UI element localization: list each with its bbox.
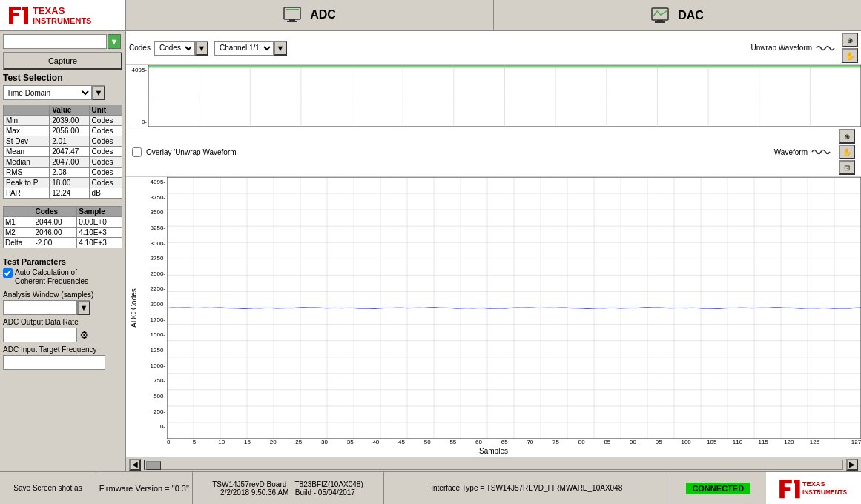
stats-row: St Dev2.01Codes [4,136,122,147]
adc-tab[interactable]: ADC [126,0,494,30]
marker-sample: 4.10E+3 [77,228,122,238]
markers-table: Codes Sample M12044.000.00E+0M22046.004.… [3,206,122,248]
stats-row-unit: Codes [89,178,122,188]
auto-calc-checkbox[interactable] [3,268,13,278]
main-chart-svg [167,177,861,439]
top-chart-svg: 0 5000 10000 15000 20000 25000 30000 350… [148,65,861,127]
marker-label: M2 [4,228,33,238]
stats-header-value: Value [50,105,89,116]
main-chart-wrapper [167,177,861,439]
y-axis-ticks: 4095- 3750- 3500- 3250- 3000- 2750- 2500… [141,177,167,439]
scrollbar-track[interactable] [144,460,843,470]
stats-row-value: 2.01 [50,136,89,147]
connected-status: CONNECTED [670,472,766,504]
chart-container: ADC Codes 4095- 3750- 3500- 3250- 3000- … [126,177,861,439]
top-pan-btn[interactable]: ✋ [842,48,858,63]
stats-row-value: 12.24 [50,188,89,199]
main-area: ADC12DJx00_JMODE ▼ Capture Test Selectio… [0,31,861,471]
marker-sample: 4.10E+3 [77,238,122,248]
test-selection-label: Test Selection [3,73,122,83]
status-ti-logo-icon: TEXAS INSTRUMENTS [776,477,851,500]
stats-row-unit: Codes [89,147,122,157]
main-pan-btn[interactable]: ✋ [839,145,855,159]
stats-row-label: Max [4,126,50,136]
board-datetime-status: TSW14J57revD Board = T823BFIZ(10AX048) 2… [193,472,384,504]
marker-row: M12044.000.00E+0 [4,217,122,228]
analysis-window-label: Analysis Window (samples) [3,291,122,299]
svg-rect-4 [289,19,295,21]
stats-row-label: Mean [4,147,50,157]
top-zoom-fit-btn[interactable]: ⊕ [842,33,858,47]
capture-button[interactable]: Capture [3,52,122,70]
scroll-left-arrow[interactable]: ◀ [129,459,141,471]
svg-rect-6 [286,9,299,10]
svg-text:INSTRUMENTS: INSTRUMENTS [802,488,848,495]
data-rate-input[interactable]: 5G [3,328,77,342]
time-domain-arrow[interactable]: ▼ [92,85,105,100]
stats-row: PAR12.24dB [4,188,122,199]
overlay-checkbox[interactable] [132,147,142,157]
stats-row-unit: Codes [89,126,122,136]
status-bar: Save Screen shot as Firmware Version = "… [0,471,861,504]
stats-row-value: 2.08 [50,168,89,178]
time-domain-select[interactable]: Time Domain [3,85,92,100]
marker-header-sample: Sample [77,207,122,217]
channel-arrow[interactable]: ▼ [274,41,287,56]
marker-row: Delta-2.004.10E+3 [4,238,122,248]
stats-row-unit: Codes [89,136,122,147]
left-panel: ADC12DJx00_JMODE ▼ Capture Test Selectio… [0,31,126,471]
main-zoom-btn[interactable]: ⊕ [839,129,855,144]
main-select-btn[interactable]: ⊡ [839,160,855,175]
marker-header-label [4,207,33,217]
target-freq-input[interactable]: 197.970000000M [3,355,105,370]
stats-row-unit: Codes [89,168,122,178]
codes-arrow[interactable]: ▼ [195,41,208,56]
stats-row-value: 2039.00 [50,116,89,126]
firmware-status: Firmware Version = "0.3" [96,472,193,504]
stats-row-unit: Codes [89,157,122,168]
svg-rect-9 [655,21,665,23]
stats-row-unit: Codes [89,116,122,126]
stats-row: Peak to P18.00Codes [4,178,122,188]
channel-select[interactable]: Channel 1/1 [214,41,274,56]
ti-logo: TEXAS INSTRUMENTS [0,0,126,30]
marker-codes: 2044.00 [33,217,77,228]
scroll-right-arrow[interactable]: ▶ [846,459,858,471]
analysis-window-input[interactable]: 65536 [3,300,77,315]
save-screenshot-button[interactable]: Save Screen shot as [0,472,96,504]
gear-icon[interactable]: ⚙ [77,328,90,342]
codes-select[interactable]: Codes [154,41,195,56]
unwrap-wave-icon [815,43,836,53]
svg-rect-5 [287,21,297,22]
stats-row-value: 18.00 [50,178,89,188]
stats-row-value: 2047.00 [50,157,89,168]
ti-logo-icon [6,4,33,27]
stats-row-label: Median [4,157,50,168]
connected-badge: CONNECTED [686,483,750,494]
mode-input[interactable]: ADC12DJx00_JMODE [3,34,107,49]
monitor-icon [283,7,304,23]
status-ti-logo: TEXAS INSTRUMENTS [766,472,862,504]
waveform-label: Waveform [774,148,808,156]
stats-row: RMS2.08Codes [4,168,122,178]
analysis-window-arrow[interactable]: ▼ [77,300,90,315]
ti-company: TEXAS [33,5,91,16]
y-axis-label: ADC Codes [126,177,141,439]
stats-row-label: PAR [4,188,50,199]
main-chart-area: Overlay 'Unwrap Waveform' Waveform ⊕ ✋ ⊡… [126,127,861,457]
scrollbar-thumb[interactable] [146,461,161,470]
header: TEXAS INSTRUMENTS ADC DAC [0,0,861,31]
mode-dropdown-arrow[interactable]: ▼ [108,34,121,49]
bottom-scrollbar: ◀ ▶ [126,457,861,471]
stats-row-value: 2047.47 [50,147,89,157]
dac-icon [651,7,672,24]
marker-codes: 2046.00 [33,228,77,238]
waveform-icon [811,147,831,157]
dac-tab[interactable]: DAC [494,0,861,30]
marker-header-codes: Codes [33,207,77,217]
stats-row-label: RMS [4,168,50,178]
stats-row-label: Peak to P [4,178,50,188]
top-chart-area: Codes Codes ▼ Channel 1/1 ▼ Unwrap Wavef… [126,31,861,127]
stats-row: Mean2047.47Codes [4,147,122,157]
right-panel: Codes Codes ▼ Channel 1/1 ▼ Unwrap Wavef… [126,31,861,471]
